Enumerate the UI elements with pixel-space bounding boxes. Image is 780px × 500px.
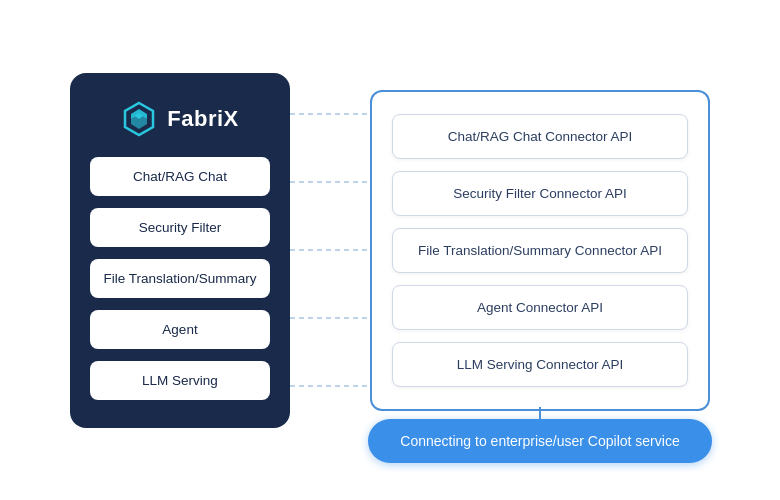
file-translation-connector-api-button[interactable]: File Translation/Summary Connector API [392,228,688,273]
agent-button[interactable]: Agent [90,310,270,349]
diagram-container: FabriX Chat/RAG Chat Security Filter Fil… [70,73,710,428]
connector-lines [290,80,370,420]
logo-text: FabriX [167,106,238,132]
fabrix-logo-icon [121,101,157,137]
llm-serving-connector-api-button[interactable]: LLM Serving Connector API [392,342,688,387]
right-panel: Chat/RAG Chat Connector API Security Fil… [370,90,710,411]
agent-connector-api-button[interactable]: Agent Connector API [392,285,688,330]
connect-copilot-button[interactable]: Connecting to enterprise/user Copilot se… [368,419,711,463]
bottom-section: Connecting to enterprise/user Copilot se… [372,419,708,463]
security-filter-connector-api-button[interactable]: Security Filter Connector API [392,171,688,216]
left-panel: FabriX Chat/RAG Chat Security Filter Fil… [70,73,290,428]
file-translation-summary-button[interactable]: File Translation/Summary [90,259,270,298]
llm-serving-button[interactable]: LLM Serving [90,361,270,400]
logo-row: FabriX [90,101,270,137]
chat-rag-connector-api-button[interactable]: Chat/RAG Chat Connector API [392,114,688,159]
security-filter-button[interactable]: Security Filter [90,208,270,247]
chat-rag-chat-button[interactable]: Chat/RAG Chat [90,157,270,196]
